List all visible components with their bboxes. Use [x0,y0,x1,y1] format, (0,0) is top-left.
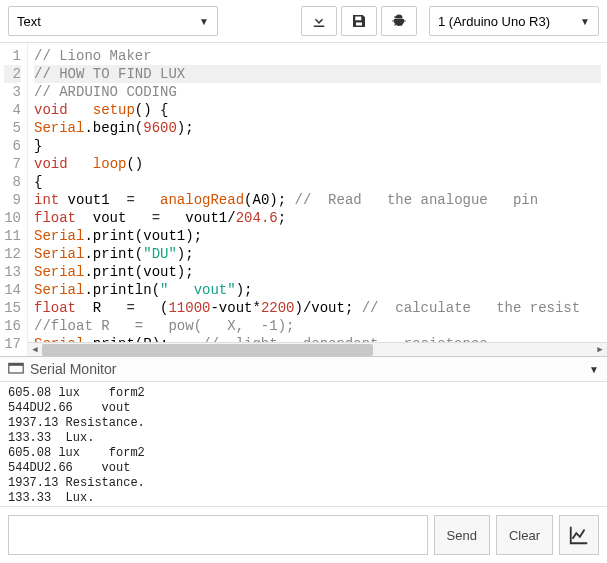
code-line[interactable]: //float R = pow( X, -1); [34,317,601,335]
line-number: 4 [4,101,21,119]
chevron-down-icon: ▼ [199,16,209,27]
serial-input-row: Send Clear [0,506,607,563]
line-number: 10 [4,209,21,227]
code-area[interactable]: // Liono Maker// HOW TO FIND LUX// ARDUI… [28,43,607,356]
line-number: 12 [4,245,21,263]
code-editor[interactable]: 12345678910111213141516171819 // Liono M… [0,43,607,357]
toolbar: Text ▼ 1 (Arduino Uno R3) ▼ [0,0,607,43]
serial-monitor-header[interactable]: Serial Monitor ▼ [0,357,607,382]
debug-button[interactable] [381,6,417,36]
line-number: 1 [4,47,21,65]
code-line[interactable]: Serial.println(" vout"); [34,281,601,299]
line-number: 13 [4,263,21,281]
code-line[interactable]: int vout1 = analogRead(A0); // Read the … [34,191,601,209]
monitor-icon [8,362,24,376]
save-icon [350,12,368,30]
chevron-down-icon: ▼ [580,16,590,27]
scroll-thumb[interactable] [42,344,373,356]
line-number: 15 [4,299,21,317]
tool-buttons [301,6,417,36]
bug-icon [390,12,408,30]
horizontal-scrollbar[interactable]: ◀ ▶ [28,342,607,356]
code-line[interactable]: Serial.print("DU"); [34,245,601,263]
line-number: 6 [4,137,21,155]
code-line[interactable]: // Liono Maker [34,47,601,65]
code-line[interactable]: float vout = vout1/204.6; [34,209,601,227]
code-line[interactable]: Serial.begin(9600); [34,119,601,137]
plotter-icon [568,524,590,546]
line-gutter: 12345678910111213141516171819 [0,43,28,356]
plotter-button[interactable] [559,515,599,555]
save-button[interactable] [341,6,377,36]
send-button[interactable]: Send [434,515,490,555]
code-line[interactable]: } [34,137,601,155]
line-number: 9 [4,191,21,209]
line-number: 2 [4,65,21,83]
code-line[interactable]: float R = (11000-vout*2200)/vout; // cal… [34,299,601,317]
svg-rect-1 [9,363,23,365]
serial-output: 605.08 lux form2 544DU2.66 vout 1937.13 … [0,382,607,506]
line-number: 17 [4,335,21,353]
line-number: 18 [4,353,21,357]
line-number: 7 [4,155,21,173]
format-dropdown[interactable]: Text ▼ [8,6,218,36]
code-line[interactable]: // HOW TO FIND LUX [34,65,601,83]
format-dropdown-label: Text [17,14,193,29]
serial-monitor-title: Serial Monitor [30,361,577,377]
line-number: 14 [4,281,21,299]
line-number: 16 [4,317,21,335]
line-number: 8 [4,173,21,191]
board-dropdown[interactable]: 1 (Arduino Uno R3) ▼ [429,6,599,36]
download-button[interactable] [301,6,337,36]
line-number: 3 [4,83,21,101]
line-number: 5 [4,119,21,137]
line-number: 11 [4,227,21,245]
code-line[interactable]: Serial.print(vout); [34,263,601,281]
serial-input[interactable] [8,515,428,555]
clear-button[interactable]: Clear [496,515,553,555]
scroll-left-arrow[interactable]: ◀ [28,343,42,357]
chevron-down-icon[interactable]: ▼ [589,364,599,375]
code-line[interactable]: Serial.print(vout1); [34,227,601,245]
board-dropdown-label: 1 (Arduino Uno R3) [438,14,574,29]
code-line[interactable]: { [34,173,601,191]
code-line[interactable]: // ARDUINO CODING [34,83,601,101]
code-line[interactable]: void setup() { [34,101,601,119]
scroll-track[interactable] [42,343,593,357]
download-icon [310,12,328,30]
scroll-right-arrow[interactable]: ▶ [593,343,607,357]
code-line[interactable]: void loop() [34,155,601,173]
